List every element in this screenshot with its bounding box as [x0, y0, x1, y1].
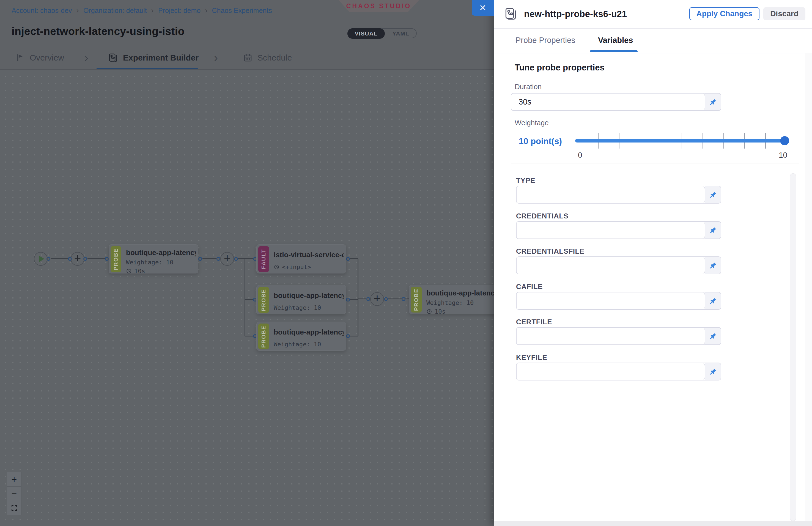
edge [245, 336, 253, 336]
field-group-credentials [516, 221, 721, 239]
tab-overview[interactable]: Overview [15, 53, 64, 62]
duration-pin-button[interactable] [705, 93, 721, 110]
fullscreen-icon [11, 505, 18, 512]
connector-port [105, 257, 108, 261]
breadcrumb-chaos-experiments[interactable]: Chaos Experiments [212, 6, 272, 15]
discard-button[interactable]: Discard [763, 7, 806, 20]
pin-icon [709, 227, 717, 234]
certfile-input[interactable] [517, 328, 705, 345]
field-group-keyfile [516, 363, 721, 380]
probe-tag: PROBE [258, 323, 269, 349]
zoom-out-button[interactable]: − [7, 486, 21, 501]
probe-tag: PROBE [411, 287, 422, 312]
chaos-studio-screen: Account: chaos-dev › Organization: defau… [0, 0, 812, 526]
canvas-zoom-controls: + − [7, 472, 21, 515]
connector-port [346, 334, 350, 338]
play-icon [39, 255, 44, 262]
certfile-pin-button[interactable] [705, 328, 721, 345]
keyfile-input[interactable] [517, 363, 705, 380]
breadcrumb-project[interactable]: Project: demo [158, 6, 201, 15]
credentials-input[interactable] [517, 222, 705, 238]
tab-overview-label: Overview [30, 53, 64, 62]
node-fault[interactable]: FAULT istio-virtual-service-crea... <+in… [256, 244, 346, 274]
node-probe-1[interactable]: PROBE boutique-app-latency-ch... Weighta… [108, 244, 198, 274]
edge [388, 298, 402, 299]
node-title: boutique-app-latency-ch... [126, 248, 196, 257]
field-label-credentials: CREDENTIALS [516, 212, 568, 220]
node-probe-2[interactable]: PROBE boutique-app-latency-ch... Weighta… [256, 285, 346, 314]
divider [494, 53, 812, 53]
close-panel-button[interactable]: ✕ [472, 0, 494, 16]
node-duration: 10s [126, 268, 196, 275]
tab-variables[interactable]: Variables [598, 36, 633, 45]
horizontal-scrollbar-track[interactable] [494, 521, 812, 526]
fit-to-screen-button[interactable] [7, 501, 21, 515]
connector-port [366, 297, 370, 301]
weightage-slider-handle[interactable] [780, 136, 789, 145]
edge [245, 299, 253, 300]
probe-icon [504, 7, 518, 20]
start-node[interactable] [34, 252, 47, 266]
node-duration: <+input> [274, 264, 344, 271]
node-weightage: Weightage: 10 [126, 259, 196, 266]
weightage-label: Weightage [514, 119, 549, 127]
toggle-yaml[interactable]: YAML [385, 29, 417, 38]
apply-changes-button[interactable]: Apply Changes [689, 7, 759, 20]
tab-experiment-builder[interactable]: Experiment Builder [108, 53, 199, 63]
edge [238, 258, 245, 259]
edge [245, 259, 245, 336]
add-step-button[interactable]: + [370, 292, 384, 306]
panel-scrollbar-track[interactable] [805, 53, 812, 521]
zoom-in-button[interactable]: + [7, 472, 21, 487]
credentialsfile-pin-button[interactable] [705, 257, 721, 274]
keyfile-pin-button[interactable] [705, 363, 721, 380]
duration-input[interactable]: 30s [511, 93, 705, 110]
credentialsfile-input[interactable] [517, 257, 705, 274]
active-tab-underline [590, 50, 638, 52]
node-probe-4[interactable]: PROBE boutique-app-latency-ch... Weighta… [409, 285, 499, 314]
tab-schedule[interactable]: Schedule [243, 53, 292, 62]
field-group-credentialsfile [516, 257, 721, 274]
tab-probe-properties[interactable]: Probe Properties [516, 36, 576, 45]
cafile-pin-button[interactable] [705, 292, 721, 309]
breadcrumb-organization[interactable]: Organization: default [83, 6, 147, 15]
toggle-visual[interactable]: VISUAL [347, 28, 385, 39]
add-step-button[interactable]: + [220, 252, 234, 266]
schedule-calendar-icon [243, 53, 252, 62]
page-title: inject-network-latency-using-istio [12, 25, 185, 38]
weightage-slider[interactable] [575, 139, 784, 143]
edge [50, 258, 68, 259]
node-probe-3[interactable]: PROBE boutique-app-latency-ch... Weighta… [256, 322, 346, 351]
field-label-credentialsfile: CREDENTIALSFILE [516, 247, 584, 255]
type-pin-button[interactable] [705, 186, 721, 203]
tab-experiment-builder-label: Experiment Builder [123, 53, 199, 62]
node-weightage: Weightage: 10 [274, 304, 344, 311]
tab-schedule-label: Schedule [258, 53, 292, 62]
slider-min-label: 0 [578, 151, 582, 160]
field-label-cafile: CAFILE [516, 282, 543, 291]
fields-scrollbar-thumb[interactable] [790, 173, 796, 521]
connector-port [234, 257, 238, 261]
field-label-keyfile: KEYFILE [516, 353, 547, 362]
cafile-input[interactable] [517, 292, 705, 309]
chaos-studio-badge: CHAOS STUDIO [338, 0, 419, 12]
credentials-pin-button[interactable] [705, 222, 721, 238]
pin-icon [709, 368, 717, 376]
field-label-type: TYPE [516, 176, 535, 185]
edge [350, 336, 358, 336]
chevron-right-icon: › [85, 52, 88, 63]
field-group-cafile [516, 292, 721, 310]
breadcrumb-separator: › [205, 6, 207, 15]
add-step-button[interactable]: + [71, 252, 85, 266]
field-group-type [516, 186, 721, 204]
node-title: istio-virtual-service-crea... [274, 251, 344, 259]
node-weightage: Weightage: 10 [274, 341, 344, 348]
breadcrumb-account[interactable]: Account: chaos-dev [12, 6, 72, 15]
divider [511, 163, 799, 163]
edge [87, 258, 107, 259]
type-input[interactable] [517, 186, 705, 203]
field-group-certfile [516, 327, 721, 345]
clock-icon [274, 264, 279, 270]
connector-port [384, 297, 388, 301]
probe-tag: PROBE [111, 246, 121, 272]
